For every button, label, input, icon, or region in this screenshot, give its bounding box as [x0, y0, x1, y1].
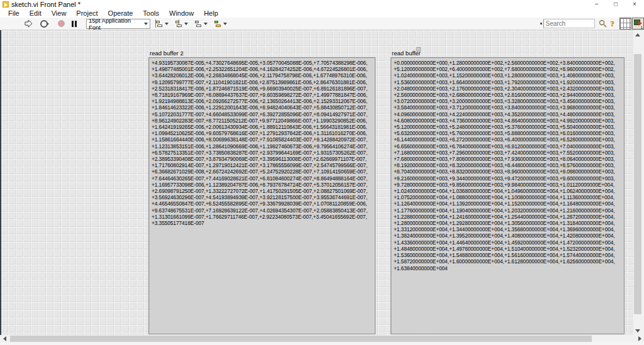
run-continuous-icon: [40, 20, 48, 28]
labview-window: sketch.vi Front Panel * − □ × File Edit …: [0, 0, 644, 345]
search-box[interactable]: [543, 19, 595, 28]
distribute-objects-icon: [175, 19, 183, 28]
vi-icon-arrow: [638, 21, 642, 26]
font-selector[interactable]: 15pt Application Font: [86, 19, 150, 29]
resize-objects-icon: [194, 19, 203, 28]
distribute-objects-button[interactable]: [174, 18, 189, 29]
align-objects-button[interactable]: [154, 18, 170, 29]
scroll-left-button[interactable]: [0, 335, 9, 342]
arrow-down-icon: [635, 329, 640, 332]
reorder-icon: [214, 19, 222, 28]
vertical-scrollbar[interactable]: [633, 30, 642, 335]
close-button[interactable]: ×: [625, 0, 644, 9]
arrow-left-icon: [3, 336, 6, 341]
scroll-right-button[interactable]: [635, 335, 644, 342]
menu-view[interactable]: View: [47, 9, 72, 18]
titlebar: sketch.vi Front Panel * − □ ×: [0, 0, 644, 9]
run-continuous-button[interactable]: [38, 18, 50, 29]
search-input[interactable]: [544, 20, 592, 27]
read-buffer-2-label: read buffer 2: [150, 50, 184, 57]
window-title: sketch.vi Front Panel *: [11, 0, 80, 9]
chevron-down-icon: [144, 23, 148, 25]
menu-window[interactable]: Window: [164, 9, 199, 18]
pause-button[interactable]: [70, 18, 79, 29]
pause-icon: [72, 21, 77, 27]
window-left-edge: [0, 30, 1, 345]
run-button[interactable]: [23, 18, 35, 29]
front-panel: read buffer 2 +4.93195730087E-005,+4.730…: [0, 30, 644, 345]
align-objects-icon: [155, 19, 164, 28]
menu-edit[interactable]: Edit: [25, 9, 47, 18]
arrow-up-icon: [635, 33, 640, 36]
read-buffer-label: read buffer: [392, 50, 421, 57]
chevron-down-icon: [204, 23, 208, 25]
scroll-down-button[interactable]: [633, 326, 642, 335]
labview-app-icon: [3, 1, 9, 8]
scroll-up-button[interactable]: [633, 30, 642, 39]
horizontal-scrollbar[interactable]: [0, 335, 644, 342]
read-buffer-2-indicator[interactable]: +4.93195730087E-005,+4.73027648695E-005,…: [148, 57, 375, 334]
menu-help[interactable]: Help: [199, 9, 223, 18]
maximize-button[interactable]: □: [606, 0, 625, 9]
help-icon[interactable]: ?: [611, 19, 615, 29]
search-divider: [540, 23, 542, 25]
resize-objects-button[interactable]: [193, 18, 209, 29]
window-bottom-edge: [0, 342, 644, 345]
chevron-down-icon: [165, 23, 169, 25]
chevron-down-icon: [184, 23, 188, 25]
font-selector-value: 15pt Application Font: [89, 17, 144, 31]
window-controls: − □ ×: [587, 0, 644, 9]
vi-icon-badge: 1: [641, 26, 643, 30]
arrow-right-icon: [638, 336, 641, 341]
reorder-button[interactable]: [213, 18, 228, 29]
read-buffer-indicator[interactable]: +0.00000000000E+000,+1.28000000000E+002,…: [391, 57, 625, 334]
abort-button[interactable]: [56, 18, 67, 29]
vertical-scrollbar-thumb[interactable]: [634, 54, 641, 314]
vi-icon[interactable]: 1: [632, 18, 644, 30]
horizontal-scrollbar-thumb[interactable]: [10, 336, 592, 342]
abort-icon: [58, 20, 65, 27]
minimize-button[interactable]: −: [587, 0, 606, 9]
toolbar-right: ? 1: [540, 18, 644, 30]
search-icon[interactable]: [599, 19, 607, 28]
run-icon: [25, 19, 33, 28]
read-buffer-2-text: +4.93195730087E-005,+4.73027648695E-005,…: [149, 58, 375, 226]
chevron-down-icon: [223, 23, 227, 25]
menu-file[interactable]: File: [3, 9, 25, 18]
toolbar: 15pt Application Font: [0, 18, 644, 30]
connector-pane-icon[interactable]: [619, 18, 631, 30]
read-buffer-text: +0.00000000000E+000,+1.28000000000E+002,…: [391, 58, 624, 271]
